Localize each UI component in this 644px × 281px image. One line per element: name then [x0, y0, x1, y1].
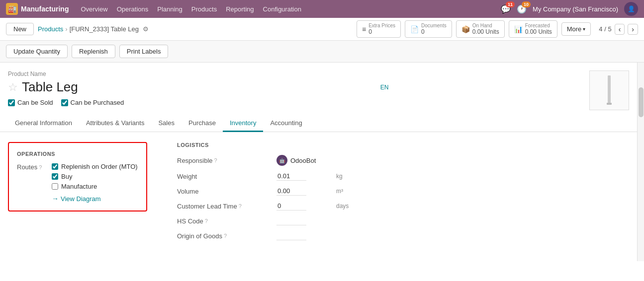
volume-unit: m³ [336, 188, 343, 195]
svg-rect-1 [607, 103, 612, 105]
responsible-avatar: 🤖 [276, 155, 287, 166]
origin-value[interactable] [276, 231, 306, 240]
route-buy[interactable]: Buy [52, 173, 138, 180]
route-manufacture[interactable]: Manufacture [52, 183, 138, 190]
tab-sales[interactable]: Sales [151, 115, 182, 132]
tab-purchase[interactable]: Purchase [182, 115, 223, 132]
on-hand-count: 0.00 Units [472, 28, 499, 35]
forecasted-button[interactable]: 📊 Forecasted 0.00 Units [509, 20, 557, 38]
scrollbar[interactable] [637, 63, 644, 261]
next-page-button[interactable]: › [628, 24, 638, 35]
extra-prices-count: 0 [368, 28, 372, 35]
new-button[interactable]: New [6, 23, 34, 35]
activity-badge: 10 [522, 1, 531, 7]
lead-time-help-icon[interactable]: ? [239, 203, 242, 209]
logistics-lead-time-row: Customer Lead Time ? 0 days [177, 202, 629, 211]
message-badge: 11 [506, 1, 515, 7]
origin-help-icon[interactable]: ? [224, 233, 227, 239]
logistics-responsible-row: Responsible ? 🤖 OdooBot [177, 155, 629, 166]
logistics-volume-row: Volume 0.00 m³ [177, 187, 629, 196]
tab-general-information[interactable]: General Information [8, 115, 79, 132]
documents-icon: 📄 [410, 25, 419, 33]
can-be-sold-checkbox[interactable]: Can be Sold [8, 99, 53, 106]
operations-section-title: OPERATIONS [17, 151, 138, 157]
svg-rect-0 [608, 75, 611, 103]
brand-logo: 🏭 [6, 3, 18, 15]
brand: 🏭 Manufacturing [6, 3, 69, 15]
extra-prices-button[interactable]: ≡ Extra Prices 0 [357, 20, 401, 38]
product-name-label: Product Name [8, 70, 579, 77]
extra-prices-icon: ≡ [362, 25, 366, 33]
routes-label: Routes ? [17, 163, 47, 171]
nav-products[interactable]: Products [187, 3, 221, 15]
on-hand-icon: 📦 [461, 25, 470, 33]
lead-time-value[interactable]: 0 [276, 202, 306, 211]
on-hand-label: On Hand [472, 23, 492, 28]
nav-reporting[interactable]: Reporting [222, 3, 258, 15]
on-hand-button[interactable]: 📦 On Hand 0.00 Units [456, 20, 505, 38]
documents-button[interactable]: 📄 Documents 0 [405, 20, 452, 38]
update-quantity-button[interactable]: Update Quantity [6, 45, 68, 58]
weight-unit: kg [336, 173, 343, 180]
nav-planning[interactable]: Planning [153, 3, 186, 15]
logistics-section-title: LOGISTICS [177, 142, 629, 148]
lead-time-unit: days [336, 203, 349, 210]
logistics-hs-code-row: HS Code ? [177, 216, 629, 225]
operations-box: OPERATIONS Routes ? Replenish on Order (… [8, 142, 147, 211]
replenish-button[interactable]: Replenish [72, 45, 115, 58]
forecasted-label: Forecasted [525, 23, 550, 28]
user-avatar[interactable]: 👤 [624, 2, 638, 16]
breadcrumb: Products › [FURN_2333] Table Leg ⚙ [38, 25, 149, 33]
tabs: General Information Attributes & Variant… [0, 115, 637, 132]
tab-inventory[interactable]: Inventory [223, 115, 263, 132]
documents-count: 0 [421, 28, 425, 35]
favorite-star-icon[interactable]: ☆ [8, 81, 18, 94]
product-image [589, 70, 629, 110]
logistics-weight-row: Weight 0.01 kg [177, 172, 629, 181]
tab-accounting[interactable]: Accounting [263, 115, 309, 132]
volume-value[interactable]: 0.00 [276, 187, 306, 196]
hs-code-value[interactable] [276, 216, 306, 225]
pagination: 4 / 5 ‹ › [599, 24, 638, 35]
product-title: Table Leg [22, 79, 78, 95]
messages-icon[interactable]: 💬 11 [501, 4, 511, 14]
company-name: My Company (San Francisco) [533, 5, 618, 13]
more-chevron-icon: ▾ [583, 26, 585, 32]
can-be-purchased-checkbox[interactable]: Can be Purchased [61, 99, 124, 106]
breadcrumb-current: [FURN_2333] Table Leg [70, 25, 139, 33]
nav-operations[interactable]: Operations [113, 3, 153, 15]
logistics-origin-row: Origin of Goods ? [177, 231, 629, 240]
forecasted-count: 0.00 Units [525, 28, 552, 35]
hs-code-help-icon[interactable]: ? [205, 218, 208, 224]
settings-gear-icon[interactable]: ⚙ [143, 25, 149, 33]
view-diagram-link[interactable]: → View Diagram [52, 195, 138, 203]
top-nav-menu: Overview Operations Planning Products Re… [77, 3, 305, 15]
documents-label: Documents [421, 23, 447, 28]
forecasted-icon: 📊 [514, 25, 523, 33]
more-button[interactable]: More ▾ [561, 22, 591, 36]
extra-prices-label: Extra Prices [368, 23, 395, 28]
responsible-help-icon[interactable]: ? [214, 157, 217, 163]
breadcrumb-parent[interactable]: Products [38, 25, 63, 33]
tab-attributes-variants[interactable]: Attributes & Variants [79, 115, 152, 132]
route-replenish-on-order[interactable]: Replenish on Order (MTO) [52, 163, 138, 170]
prev-page-button[interactable]: ‹ [615, 24, 625, 35]
arrow-right-icon: → [52, 195, 59, 203]
nav-configuration[interactable]: Configuration [259, 3, 305, 15]
routes-help-icon[interactable]: ? [39, 164, 42, 170]
activity-icon[interactable]: 🕐 10 [517, 4, 527, 14]
language-badge[interactable]: EN [380, 84, 389, 91]
breadcrumb-separator: › [65, 25, 67, 33]
nav-overview[interactable]: Overview [77, 3, 111, 15]
print-labels-button[interactable]: Print Labels [119, 45, 169, 58]
weight-value[interactable]: 0.01 [276, 172, 306, 181]
